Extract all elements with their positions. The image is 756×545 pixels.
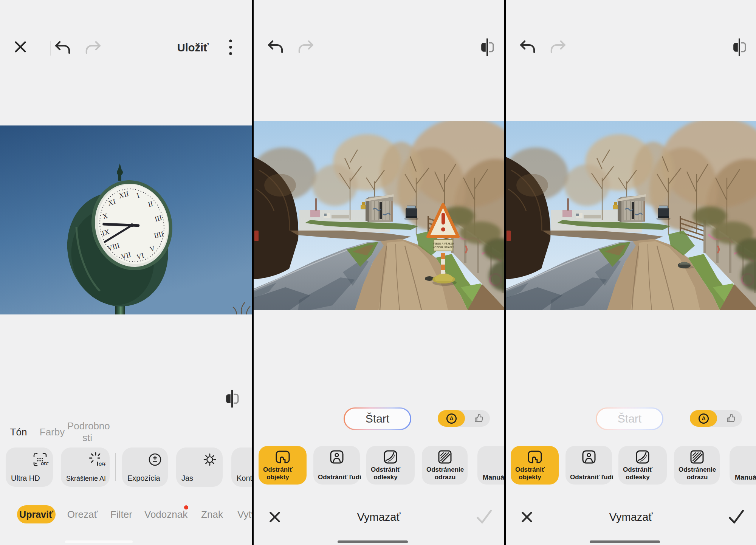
tool-ultra-hd[interactable]: Ultra HD — [6, 447, 53, 487]
undo-icon — [56, 42, 69, 53]
erase-objects-icon — [275, 449, 290, 464]
start-button[interactable]: Štart — [344, 407, 411, 430]
tool-manual[interactable]: Manuál — [730, 446, 756, 485]
close-icon — [16, 42, 25, 52]
erase-people-icon — [581, 449, 596, 464]
tab-details-line2: sti — [82, 432, 92, 443]
photo-editor-panel: Uložiť — [0, 0, 252, 545]
erase-mode-title: Vymazať — [506, 511, 756, 523]
tool-erase-reflection[interactable]: Odstránenieodrazu — [674, 446, 720, 485]
before-after-icon — [481, 39, 493, 56]
photo-canvas-road-with-sign[interactable]: VJEZD A VÝJEZD VOZIDEL STAVBY — [254, 121, 504, 310]
before-after-icon — [733, 39, 745, 56]
tool-erase-people[interactable]: Odstrániť ľudí — [565, 446, 612, 485]
start-button-disabled[interactable]: Štart — [596, 407, 663, 430]
tool-brightness[interactable]: Jas — [176, 447, 223, 487]
undo-button[interactable] — [519, 39, 535, 54]
check-icon — [730, 511, 743, 522]
watermark-new-badge — [184, 505, 188, 509]
photo-canvas-clock[interactable]: XII I II III IIII V VI VII VIII IX X XI — [0, 125, 252, 314]
redo-icon — [299, 41, 313, 52]
tool-erase-reflection[interactable]: Odstránenieodrazu — [422, 446, 468, 485]
more-options-button[interactable] — [227, 39, 234, 56]
tool-erase-objects[interactable]: Odstrániťobjekty — [259, 446, 307, 485]
tool-ai-beautify[interactable]: Skrášlenie AI — [61, 447, 110, 487]
auto-circle-a-icon — [699, 414, 708, 423]
erase-reflection-icon — [689, 449, 705, 464]
object-eraser-panel-before: VJEZD A VÝJEZD VOZIDEL STAVBY Štart Odst… — [254, 0, 504, 545]
redo-button-disabled[interactable] — [85, 40, 102, 55]
sign-text-line2: VOZIDEL STAVBY — [433, 246, 454, 249]
nav-watermark[interactable]: Vodoznak — [144, 505, 185, 523]
tool-erase-objects[interactable]: Odstrániťobjekty — [511, 446, 559, 485]
undo-icon — [521, 41, 534, 52]
undo-icon — [269, 41, 282, 52]
nav-filter[interactable]: Filter — [107, 505, 135, 523]
tool-manual[interactable]: Manuál — [477, 446, 504, 485]
auto-segment-active[interactable] — [438, 410, 465, 427]
home-indicator[interactable] — [338, 540, 408, 543]
close-button[interactable] — [12, 39, 28, 55]
thumb-up-icon[interactable] — [474, 413, 484, 424]
save-button[interactable]: Uložiť — [167, 42, 209, 54]
nav-crop[interactable]: Orezať — [64, 505, 101, 523]
nav-sign[interactable]: Znak — [198, 505, 226, 523]
nav-scrollbar-indicator[interactable] — [65, 540, 133, 543]
kebab-menu-icon — [229, 40, 232, 55]
tab-details[interactable]: Podrobnosti — [67, 420, 107, 444]
erase-reflection-icon — [437, 449, 452, 464]
road-photo-with-sign: VJEZD A VÝJEZD VOZIDEL STAVBY — [254, 121, 504, 310]
erase-objects-icon — [527, 449, 542, 464]
exposure-icon — [146, 451, 164, 468]
before-after-compare-button[interactable] — [731, 38, 748, 57]
confirm-button[interactable] — [727, 508, 745, 525]
erase-flare-icon — [383, 449, 398, 464]
tab-tone[interactable]: Tón — [6, 426, 31, 438]
tool-erase-flare[interactable]: Odstrániťodlesky — [618, 446, 667, 485]
before-after-compare-button[interactable] — [224, 389, 240, 408]
redo-button-disabled[interactable] — [298, 39, 315, 54]
tool-exposure[interactable]: Expozícia — [122, 447, 168, 487]
auto-circle-a-icon — [447, 414, 456, 423]
tab-colors[interactable]: Farby — [38, 426, 67, 438]
redo-icon — [552, 41, 565, 52]
brightness-icon — [201, 451, 218, 468]
erase-people-icon — [329, 449, 344, 464]
auto-manual-toggle[interactable] — [438, 410, 490, 427]
object-eraser-panel-after: Štart Odstrániťobjekty Odstrániť ľudí Od… — [506, 0, 756, 545]
tab-details-line1: Podrobno — [67, 420, 110, 432]
road-photo-sign-removed — [506, 121, 756, 310]
auto-manual-toggle[interactable] — [690, 410, 742, 427]
clock-photo: XII I II III IIII V VI VII VIII IX X XI — [0, 125, 252, 314]
tool-contrast[interactable]: Kontrast — [231, 447, 252, 487]
before-after-compare-button[interactable] — [479, 38, 496, 57]
thumb-up-icon[interactable] — [726, 413, 736, 424]
start-label: Štart — [597, 409, 662, 429]
tool-erase-flare[interactable]: Odstrániťodlesky — [366, 446, 415, 485]
confirm-button-disabled[interactable] — [475, 508, 493, 525]
redo-icon — [87, 42, 100, 53]
erase-flare-icon — [635, 449, 650, 464]
check-icon — [477, 511, 491, 522]
redo-button-disabled[interactable] — [550, 39, 567, 54]
sign-text-line1: VJEZD A VÝJEZD — [433, 242, 454, 245]
tool-erase-people[interactable]: Odstrániť ľudí — [313, 446, 360, 485]
nav-edit[interactable]: Upraviť — [17, 505, 56, 523]
home-indicator[interactable] — [590, 540, 660, 543]
ai-sparkle-icon — [88, 451, 105, 468]
nav-create[interactable]: Vytvoriť — [237, 505, 252, 523]
tool-group-divider — [115, 453, 116, 481]
before-after-icon — [226, 390, 238, 408]
topbar-divider — [50, 41, 51, 56]
erase-mode-title: Vymazať — [254, 511, 504, 523]
undo-button[interactable] — [266, 39, 283, 54]
auto-segment-active[interactable] — [690, 410, 717, 427]
photo-canvas-road-sign-removed[interactable] — [506, 121, 756, 310]
ultra-hd-grid-icon — [31, 451, 49, 468]
undo-button[interactable] — [54, 40, 70, 55]
three-screenshot-composite: Uložiť — [0, 0, 756, 545]
start-label: Štart — [345, 409, 410, 429]
